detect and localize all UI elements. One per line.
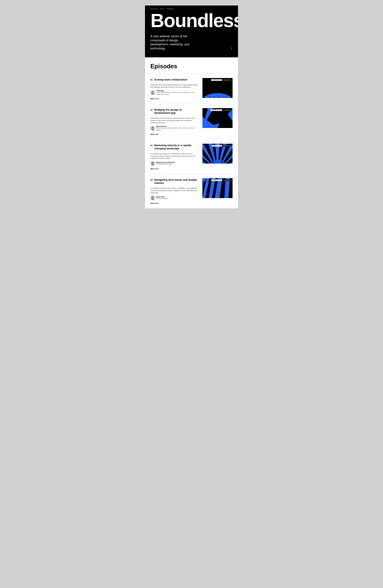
- watch-link-2[interactable]: Watch now →: [150, 133, 161, 135]
- hero-title: Boundless: [145, 10, 238, 30]
- author-title-1: Head of Engineering @ Confluence Cloud a…: [156, 92, 198, 95]
- author-name-1: Swati Raju: [156, 90, 198, 92]
- episode-number-4: 04: [150, 179, 153, 181]
- episode-title-4: Navigating tech trends and budget realit…: [154, 178, 198, 185]
- breadcrumb: Resources › Series › Boundless: [145, 5, 238, 10]
- badge-date-3: JANUARY 1, 2024: [212, 145, 222, 147]
- episodes-section: Episodes 01 Scaling team collaboration S…: [145, 57, 238, 209]
- svg-point-21: [152, 196, 154, 198]
- breadcrumb-series[interactable]: Series: [160, 8, 164, 10]
- author-title-3: VP of Marketing @ Jasper: [156, 163, 175, 165]
- author-avatar-4: [150, 196, 155, 200]
- thumb-badge-2: DECEMBER 13, 2023 37 MIN WATCH: [210, 109, 231, 111]
- thumb-badge-3: JANUARY 1, 2024 35 MIN WATCH: [212, 145, 231, 147]
- breadcrumb-sep-2: ›: [165, 8, 165, 10]
- episode-number-3: 03: [150, 144, 153, 147]
- episode-thumb-1[interactable]: OCTOBER 23, 2023 35 MIN WATCH: [202, 78, 233, 98]
- episode-card-2: 02 Bridging the design to development ga…: [150, 104, 233, 140]
- author-info-4: Bryan Hope Director @ VMWare: [156, 196, 168, 200]
- author-title-2: Head of Design @ Github. Designer with a…: [156, 127, 198, 131]
- author-name-3: Meghan Keaney Anderson: [156, 162, 175, 163]
- page-wrapper: Resources › Series › Boundless Boundless…: [145, 5, 238, 209]
- badge-date-2: DECEMBER 13, 2023: [210, 109, 222, 111]
- episode-left-3: 03 Marketing velocity in a rapidly chang…: [150, 144, 198, 170]
- episodes-heading: Episodes: [150, 63, 233, 70]
- episode-card-1: 01 Scaling team collaboration Swati Raju…: [150, 74, 233, 104]
- episode-desc-2: Join Webflow and Diana Mounter, Head of …: [150, 117, 198, 124]
- badge-date-1: OCTOBER 23, 2023: [211, 79, 222, 81]
- episode-left-2: 02 Bridging the design to development ga…: [150, 108, 198, 135]
- author-info-2: Diana Mounter Head of Design @ Github. D…: [156, 126, 198, 131]
- episode-left-1: 01 Scaling team collaboration Swati Raju…: [150, 78, 198, 100]
- author-name-2: Diana Mounter: [156, 126, 198, 127]
- svg-point-9: [152, 162, 154, 164]
- episode-card-3: 03 Marketing velocity in a rapidly chang…: [150, 140, 233, 174]
- badge-duration-2: 37 MIN WATCH: [222, 109, 231, 111]
- breadcrumb-resources[interactable]: Resources: [150, 8, 158, 10]
- svg-point-5: [152, 127, 154, 128]
- thumb-badge-4: JANUARY 29, 2024 29 MIN WATCH: [211, 179, 231, 181]
- hero-body: A new webinar series at the crossroads o…: [145, 30, 238, 57]
- author-avatar-1: [150, 90, 155, 95]
- episode-header-4: 04 Navigating tech trends and budget rea…: [150, 178, 198, 186]
- episode-title-1: Scaling team collaboration: [154, 78, 187, 81]
- hero-subtitle: A new webinar series at the crossroads o…: [150, 34, 194, 50]
- episode-header-2: 02 Bridging the design to development ga…: [150, 108, 198, 116]
- episode-number-2: 02: [150, 109, 153, 111]
- episode-header-3: 03 Marketing velocity in a rapidly chang…: [150, 144, 198, 152]
- hero-arrow-icon[interactable]: ↓: [231, 45, 233, 50]
- episode-desc-1: Swati Raju, Head of Engineering at Atlas…: [150, 84, 198, 88]
- episode-number-1: 01: [150, 79, 153, 81]
- badge-duration-4: 29 MIN WATCH: [222, 179, 231, 181]
- author-row-4: Bryan Hope Director @ VMWare: [150, 196, 198, 200]
- thumb-badge-1: OCTOBER 23, 2023 35 MIN WATCH: [211, 79, 231, 81]
- breadcrumb-sep-1: ›: [159, 8, 159, 10]
- episode-card-4: 04 Navigating tech trends and budget rea…: [150, 174, 233, 209]
- episode-left-4: 04 Navigating tech trends and budget rea…: [150, 178, 198, 204]
- badge-duration-1: 35 MIN WATCH: [222, 79, 231, 81]
- episode-title-2: Bridging the design to development gap: [154, 108, 198, 115]
- episode-title-3: Marketing velocity in a rapidly changing…: [154, 144, 198, 150]
- author-avatar-2: [150, 126, 155, 130]
- badge-duration-3: 35 MIN WATCH: [222, 145, 231, 147]
- author-info-3: Meghan Keaney Anderson VP of Marketing @…: [156, 162, 175, 165]
- watch-link-3[interactable]: Watch now →: [150, 168, 161, 169]
- episode-thumb-2[interactable]: DECEMBER 13, 2023 37 MIN WATCH: [202, 108, 233, 128]
- episode-desc-3: Join Webflow and Jasper's VP of Marketin…: [150, 153, 198, 159]
- svg-point-1: [152, 91, 154, 93]
- watch-link-1[interactable]: Watch now →: [150, 98, 161, 100]
- watch-link-4[interactable]: Watch now →: [150, 202, 161, 204]
- episode-header-1: 01 Scaling team collaboration: [150, 78, 198, 83]
- breadcrumb-current: Boundless: [166, 8, 173, 10]
- badge-date-4: JANUARY 29, 2024: [211, 179, 222, 181]
- author-row-1: Swati Raju Head of Engineering @ Conflue…: [150, 90, 198, 95]
- hero-section: Resources › Series › Boundless Boundless…: [145, 5, 238, 57]
- author-name-4: Bryan Hope: [156, 196, 168, 198]
- author-avatar-3: [150, 161, 155, 166]
- author-row-2: Diana Mounter Head of Design @ Github. D…: [150, 126, 198, 131]
- episode-thumb-4[interactable]: JANUARY 29, 2024 29 MIN WATCH: [202, 178, 233, 198]
- episode-desc-4: Join Webflow and Bryan Hope, Director at…: [150, 187, 198, 194]
- author-row-3: Meghan Keaney Anderson VP of Marketing @…: [150, 161, 198, 166]
- author-title-4: Director @ VMWare: [156, 198, 168, 200]
- author-info-1: Swati Raju Head of Engineering @ Conflue…: [156, 90, 198, 95]
- episode-thumb-3[interactable]: JANUARY 1, 2024 35 MIN WATCH: [202, 144, 233, 164]
